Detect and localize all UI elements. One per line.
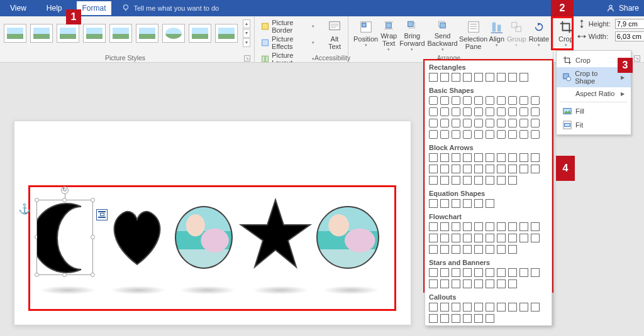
shape-gallery-item[interactable] <box>440 268 449 277</box>
crop-menu-aspect-ratio[interactable]: Aspect Ratio ▶ <box>557 87 631 100</box>
shape-gallery-item[interactable] <box>474 119 483 127</box>
shape-gallery-item[interactable] <box>452 199 460 208</box>
shape-gallery-item[interactable] <box>508 107 517 116</box>
picture-style-thumb[interactable] <box>109 24 132 43</box>
shape-gallery-item[interactable] <box>508 222 517 231</box>
shape-gallery-item[interactable] <box>429 165 438 173</box>
shape-gallery-item[interactable] <box>508 303 517 312</box>
shape-gallery-item[interactable] <box>440 314 449 323</box>
menu-format[interactable]: Format <box>77 1 111 15</box>
picture-selection-box[interactable] <box>36 200 93 275</box>
shape-gallery-item[interactable] <box>497 165 506 173</box>
shape-gallery-item[interactable] <box>497 303 506 312</box>
shape-gallery-item[interactable] <box>531 119 540 127</box>
shape-gallery-item[interactable] <box>531 107 540 116</box>
shape-gallery-item[interactable] <box>508 130 517 139</box>
shape-gallery-item[interactable] <box>474 176 483 185</box>
shape-gallery-item[interactable] <box>452 268 460 277</box>
shape-gallery-item[interactable] <box>497 153 506 162</box>
shape-gallery-item[interactable] <box>531 234 540 242</box>
shape-gallery-item[interactable] <box>452 234 460 242</box>
shape-gallery-item[interactable] <box>452 314 460 323</box>
picture-moon-shape[interactable] <box>37 200 94 276</box>
shape-gallery-item[interactable] <box>440 222 449 231</box>
selection-pane-button[interactable]: Selection Pane <box>459 19 488 53</box>
crop-menu-fit[interactable]: Fit <box>557 118 631 132</box>
shape-gallery-item[interactable] <box>474 153 483 162</box>
picture-style-thumb[interactable] <box>83 24 106 43</box>
shape-gallery-item[interactable] <box>519 96 528 105</box>
shape-gallery-item[interactable] <box>429 234 438 242</box>
bring-forward-button[interactable]: Bring Forward▾ <box>398 19 426 53</box>
shape-gallery-item[interactable] <box>452 119 460 127</box>
shape-gallery-item[interactable] <box>474 199 483 208</box>
shape-gallery-item[interactable] <box>531 222 540 231</box>
shape-gallery-item[interactable] <box>440 119 449 127</box>
shape-gallery-item[interactable] <box>440 107 449 116</box>
shape-gallery-item[interactable] <box>440 130 449 139</box>
shape-gallery-item[interactable] <box>519 268 528 277</box>
shape-gallery-item[interactable] <box>474 245 483 254</box>
shape-gallery-item[interactable] <box>531 165 540 173</box>
shape-gallery-item[interactable] <box>452 279 460 288</box>
shape-gallery-item[interactable] <box>531 268 540 277</box>
shape-gallery-item[interactable] <box>519 130 528 139</box>
shape-gallery-item[interactable] <box>486 222 494 231</box>
height-input[interactable] <box>615 19 644 29</box>
shape-gallery-item[interactable] <box>508 73 517 82</box>
picture-border-button[interactable]: Picture Border▾ <box>261 19 314 34</box>
shape-gallery-item[interactable] <box>519 107 528 116</box>
wrap-text-button[interactable]: Wrap Text▾ <box>379 19 398 53</box>
shape-gallery-item[interactable] <box>429 303 438 312</box>
shape-gallery-item[interactable] <box>452 96 460 105</box>
shape-gallery-item[interactable] <box>497 96 506 105</box>
shape-gallery-item[interactable] <box>508 96 517 105</box>
shape-gallery-item[interactable] <box>474 279 483 288</box>
shape-gallery-item[interactable] <box>429 107 438 116</box>
picture-style-thumb[interactable] <box>162 24 185 43</box>
shape-gallery-item[interactable] <box>531 96 540 105</box>
shape-gallery-item[interactable] <box>497 119 506 127</box>
shape-gallery-item[interactable] <box>474 234 483 242</box>
shape-gallery-item[interactable] <box>429 245 438 254</box>
shape-gallery-item[interactable] <box>519 303 528 312</box>
picture-effects-button[interactable]: Picture Effects▾ <box>261 35 314 50</box>
shape-gallery-item[interactable] <box>486 119 494 127</box>
shape-gallery-item[interactable] <box>508 234 517 242</box>
shape-gallery-item[interactable] <box>486 234 494 242</box>
picture-style-thumb[interactable] <box>57 24 79 43</box>
shape-gallery-item[interactable] <box>463 119 472 127</box>
shape-gallery-item[interactable] <box>440 234 449 242</box>
shape-gallery-item[interactable] <box>486 96 494 105</box>
shape-gallery-item[interactable] <box>452 245 460 254</box>
shape-gallery-item[interactable] <box>440 96 449 105</box>
shape-gallery-item[interactable] <box>497 279 506 288</box>
shape-gallery-item[interactable] <box>440 153 449 162</box>
menu-help[interactable]: Help <box>42 1 67 15</box>
shape-gallery-item[interactable] <box>497 245 506 254</box>
picture-style-thumb[interactable] <box>136 24 158 43</box>
shape-gallery-item[interactable] <box>497 130 506 139</box>
shape-gallery-item[interactable] <box>429 153 438 162</box>
width-input[interactable] <box>615 31 644 41</box>
shape-gallery-item[interactable] <box>463 314 472 323</box>
shape-gallery-item[interactable] <box>486 199 494 208</box>
shape-gallery-item[interactable] <box>463 222 472 231</box>
alt-text-button[interactable]: Alt Text <box>318 19 351 51</box>
shape-gallery-item[interactable] <box>486 107 494 116</box>
shape-gallery-item[interactable] <box>508 153 517 162</box>
shape-gallery-item[interactable] <box>497 234 506 242</box>
picture-style-gallery-expand[interactable]: ▴▾▾ <box>243 19 250 47</box>
tell-me-search[interactable]: Tell me what you want to do <box>121 4 219 13</box>
shape-gallery-item[interactable] <box>429 279 438 288</box>
rotation-handle[interactable] <box>61 187 69 194</box>
shape-gallery-item[interactable] <box>474 222 483 231</box>
shape-gallery-item[interactable] <box>463 234 472 242</box>
shape-gallery-item[interactable] <box>429 130 438 139</box>
picture-star-shape[interactable] <box>238 197 313 272</box>
shape-gallery-item[interactable] <box>440 73 449 82</box>
picture-style-thumb[interactable] <box>4 24 26 43</box>
shape-gallery-item[interactable] <box>497 268 506 277</box>
shape-gallery-item[interactable] <box>429 199 438 208</box>
shape-gallery-item[interactable] <box>463 96 472 105</box>
